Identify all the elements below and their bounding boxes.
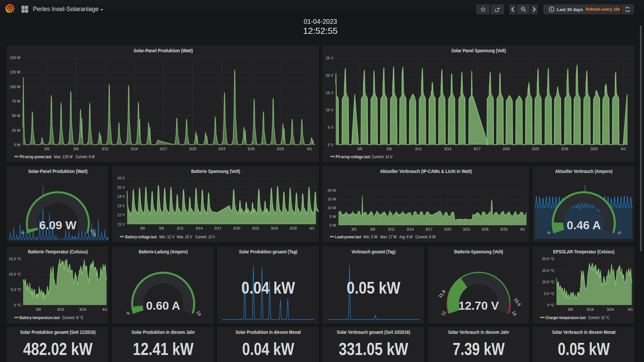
svg-text:4/1: 4/1 [621, 147, 626, 151]
svg-text:20.0 °C: 20.0 °C [542, 257, 554, 261]
svg-text:4/1: 4/1 [307, 147, 312, 151]
svg-text:3/24: 3/24 [607, 307, 614, 311]
svg-text:Current: 14 V: Current: 14 V [372, 155, 392, 159]
svg-text:3/5: 3/5 [44, 147, 49, 151]
svg-text:4/1: 4/1 [309, 226, 314, 230]
svg-text:15.5: 15.5 [513, 297, 522, 307]
svg-text:4/1: 4/1 [520, 227, 525, 231]
svg-text:Verbrauch gesamt (Tag): Verbrauch gesamt (Tag) [352, 249, 395, 254]
svg-text:5.0 °C: 5.0 °C [11, 288, 21, 292]
svg-text:12.41 kW: 12.41 kW [133, 339, 194, 359]
svg-text:16: 16 [511, 310, 518, 317]
svg-text:0 °C: 0 °C [14, 303, 21, 307]
svg-text:3/20: 3/20 [502, 147, 509, 151]
svg-text:3/8: 3/8 [568, 307, 573, 311]
svg-text:3/26: 3/26 [482, 227, 489, 231]
svg-text:10 W: 10 W [327, 206, 336, 210]
svg-text:20 W: 20 W [327, 188, 336, 192]
svg-text:Max: 15 V: Max: 15 V [177, 235, 192, 239]
svg-text:15.0 °C: 15.0 °C [542, 268, 554, 273]
svg-text:125 W: 125 W [10, 70, 20, 74]
svg-text:3/8: 3/8 [36, 307, 41, 311]
svg-text:3/24: 3/24 [79, 307, 86, 311]
svg-text:3/5: 3/5 [351, 227, 356, 231]
svg-text:3/17: 3/17 [425, 227, 432, 231]
svg-text:75 W: 75 W [12, 99, 20, 103]
svg-text:3/11: 3/11 [177, 226, 184, 230]
svg-text:0 W: 0 W [14, 143, 20, 147]
svg-text:25 W: 25 W [12, 128, 20, 132]
svg-text:7.39 kW: 7.39 kW [453, 339, 505, 359]
svg-text:0.60 A: 0.60 A [146, 299, 180, 312]
svg-text:4/1: 4/1 [628, 307, 633, 311]
svg-text:331.05 kW: 331.05 kW [339, 339, 409, 359]
svg-text:3/8: 3/8 [386, 147, 391, 151]
svg-text:3/29: 3/29 [277, 147, 284, 151]
svg-text:Solar-Panel Produktion (Watt): Solar-Panel Produktion (Watt) [133, 48, 193, 53]
svg-text:50 W: 50 W [12, 114, 20, 118]
svg-text:Solar Verbrauch in diesem Jahr: Solar Verbrauch in diesem Jahr [448, 329, 509, 335]
svg-text:0.04 kW: 0.04 kW [242, 339, 294, 359]
svg-text:Batterie-Spannung (Volt): Batterie-Spannung (Volt) [454, 249, 503, 254]
svg-text:200: 200 [89, 228, 97, 237]
svg-text:3/26: 3/26 [248, 147, 255, 151]
svg-text:3/23: 3/23 [218, 147, 225, 151]
svg-text:3/17: 3/17 [160, 147, 167, 151]
svg-text:6.09 W: 6.09 W [39, 219, 76, 232]
svg-text:3/11: 3/11 [102, 147, 109, 151]
svg-text:3/16: 3/16 [57, 307, 64, 311]
svg-text:Battery-voltage.last: Battery-voltage.last [125, 235, 157, 239]
svg-text:3/8: 3/8 [159, 226, 164, 230]
svg-text:15 W: 15 W [327, 197, 336, 201]
svg-text:3/26: 3/26 [561, 147, 568, 151]
svg-text:Aktueller Verbrauch (Ampere): Aktueller Verbrauch (Ampere) [555, 169, 612, 174]
svg-text:Solar Produktion gesamt (Tag): Solar Produktion gesamt (Tag) [239, 249, 298, 254]
svg-text:3/17: 3/17 [473, 147, 480, 151]
svg-text:482.02 kW: 482.02 kW [23, 339, 93, 359]
svg-text:3/11: 3/11 [388, 227, 395, 231]
svg-text:Solar Panel Spannung (Volt): Solar Panel Spannung (Volt) [451, 48, 506, 53]
svg-text:0 °C: 0 °C [547, 303, 554, 307]
svg-text:EPSOLAR-Temperatur (Celsius): EPSOLAR-Temperatur (Celsius) [553, 249, 614, 254]
svg-text:12.70 V: 12.70 V [459, 299, 499, 312]
svg-text:Min: 3 W: Min: 3 W [363, 235, 378, 239]
svg-text:0.05 kW: 0.05 kW [558, 339, 610, 359]
svg-text:3/5: 3/5 [357, 147, 362, 151]
svg-text:Solar Produktion gesamt (Seit: Solar Produktion gesamt (Seit 11/2016) [20, 329, 96, 335]
svg-text:12 V: 12 V [117, 213, 125, 217]
svg-text:Batterie-Ladung (Ampere): Batterie-Ladung (Ampere) [139, 249, 188, 254]
svg-text:3/29: 3/29 [590, 147, 597, 151]
svg-text:0.04 kW: 0.04 kW [241, 279, 296, 297]
svg-text:3/23: 3/23 [532, 147, 539, 151]
svg-text:Current: 6 W: Current: 6 W [76, 155, 95, 159]
svg-text:3/29: 3/29 [500, 227, 507, 231]
svg-text:Current: 8 °C: Current: 8 °C [62, 315, 84, 320]
svg-text:3/8: 3/8 [370, 227, 375, 231]
svg-text:11: 11 [440, 310, 447, 316]
svg-text:3/8: 3/8 [73, 147, 78, 151]
svg-text:Current: 6 W: Current: 6 W [415, 235, 436, 239]
svg-text:Batterie-Temperatur (Celsius): Batterie-Temperatur (Celsius) [28, 249, 88, 254]
svg-text:14 V: 14 V [117, 194, 125, 198]
svg-text:Aktueller Verbrauch (IP-CAMs &: Aktueller Verbrauch (IP-CAMs & Licht in … [380, 169, 472, 174]
svg-text:16 V: 16 V [117, 176, 125, 180]
svg-text:0 V: 0 V [328, 143, 333, 147]
svg-text:0: 0 [125, 311, 131, 316]
svg-text:20 V: 20 V [326, 73, 333, 77]
svg-text:Min: 12 V: Min: 12 V [159, 235, 174, 239]
svg-text:0.46 A: 0.46 A [567, 219, 601, 232]
svg-text:10.0 °C: 10.0 °C [9, 272, 21, 276]
svg-text:3/5: 3/5 [140, 226, 145, 230]
svg-text:Avg: 6 W: Avg: 6 W [399, 235, 413, 239]
svg-text:Solar Verbrauch in diesem Mona: Solar Verbrauch in diesem Monat [552, 329, 615, 335]
svg-text:3/14: 3/14 [196, 226, 203, 230]
svg-text:3/23: 3/23 [463, 227, 470, 231]
svg-text:Solar Verbrauch gesamt (Seit 1: Solar Verbrauch gesamt (Seit 10/2016) [337, 329, 410, 335]
svg-text:3/29: 3/29 [289, 226, 297, 230]
svg-text:3/14: 3/14 [407, 227, 414, 231]
svg-text:10.0 °C: 10.0 °C [542, 280, 554, 284]
svg-text:3/20: 3/20 [444, 227, 451, 231]
svg-text:5 W: 5 W [329, 215, 336, 219]
svg-text:13 V: 13 V [117, 204, 125, 208]
svg-text:3/20: 3/20 [189, 147, 196, 151]
